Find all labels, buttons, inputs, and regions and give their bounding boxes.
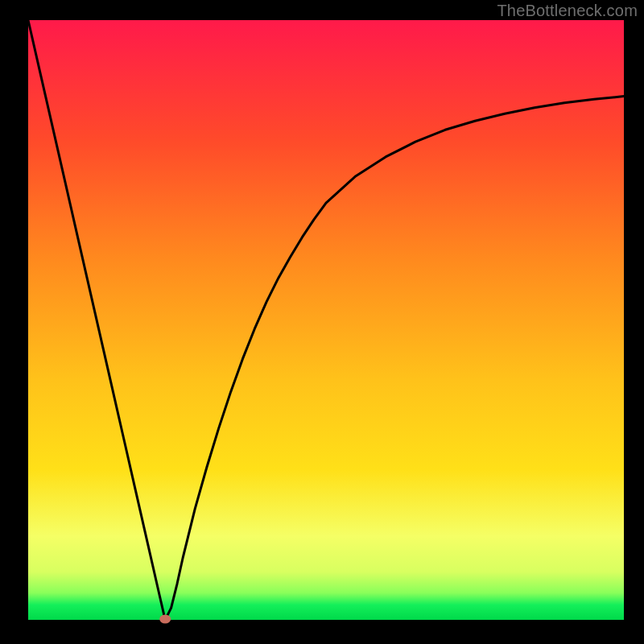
plot-background bbox=[28, 20, 624, 620]
optimum-marker bbox=[159, 615, 171, 624]
bottleneck-chart bbox=[0, 0, 644, 644]
chart-frame: TheBottleneck.com bbox=[0, 0, 644, 644]
